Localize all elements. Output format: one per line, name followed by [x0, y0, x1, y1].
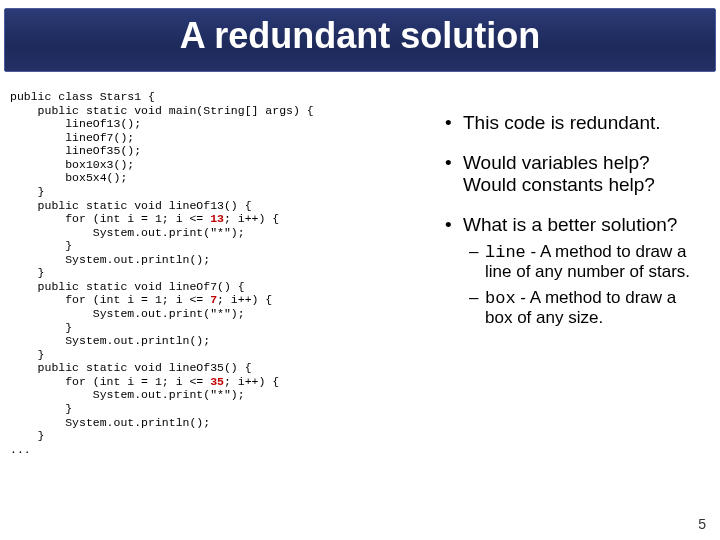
sub-bullet-item: – box - A method to draw a box of any si… — [469, 288, 706, 328]
title-bar: A redundant solution — [4, 8, 716, 72]
dash-icon: – — [469, 288, 485, 328]
page-number: 5 — [698, 516, 706, 532]
bullet-icon: • — [445, 152, 463, 196]
slide: A redundant solution public class Stars1… — [0, 0, 720, 540]
bullet-text: Would variables help? Would constants he… — [463, 152, 706, 196]
bullet-text: This code is redundant. — [463, 112, 706, 134]
bullet-item: • Would variables help? Would constants … — [445, 152, 706, 196]
bullet-icon: • — [445, 112, 463, 134]
bullet-item: • This code is redundant. — [445, 112, 706, 134]
bullet-list: • This code is redundant. • Would variab… — [445, 112, 706, 334]
dash-icon: – — [469, 242, 485, 282]
sub-bullet-text: box - A method to draw a box of any size… — [485, 288, 706, 328]
bullet-icon: • — [445, 214, 463, 236]
slide-title: A redundant solution — [5, 9, 715, 57]
sub-bullet-text: line - A method to draw a line of any nu… — [485, 242, 706, 282]
code-block: public class Stars1 { public static void… — [10, 90, 430, 456]
bullet-item: • What is a better solution? — [445, 214, 706, 236]
bullet-text: What is a better solution? — [463, 214, 706, 236]
sub-bullet-item: – line - A method to draw a line of any … — [469, 242, 706, 282]
